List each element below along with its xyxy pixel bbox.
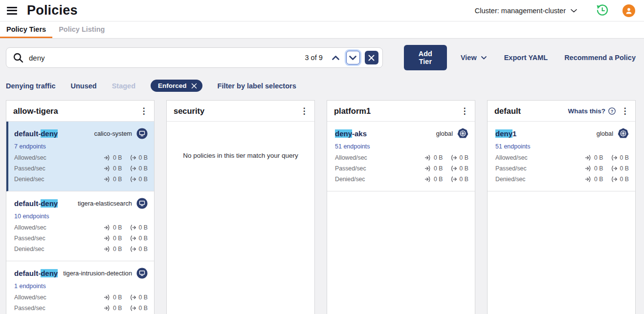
app-header: Policies Cluster: management-cluster [0, 0, 644, 21]
filter-unused[interactable]: Unused [71, 82, 97, 90]
policy-name-highlight: deny [41, 199, 58, 208]
search-next-button[interactable] [346, 51, 360, 64]
policy-stat-row: Denied/sec0 B0 B [335, 176, 468, 183]
chevron-down-icon [481, 56, 487, 60]
egress-stat: 0 B [130, 294, 148, 301]
policy-title-row: default-denytigera-intrusion-detection [14, 268, 148, 279]
policy-name-pre: default- [14, 269, 41, 277]
ingress-icon [424, 166, 431, 171]
stat-values: 0 B0 B [104, 294, 148, 301]
search-prev-button[interactable] [330, 51, 342, 64]
stat-values: 0 B0 B [104, 246, 148, 252]
filter-denying-traffic[interactable]: Denying traffic [6, 82, 56, 90]
policy-stat-row: Passed/sec0 B0 B [495, 165, 629, 172]
policy-card[interactable]: default-denycalico-system7 endpointsAllo… [6, 122, 154, 191]
tab-policy-listing[interactable]: Policy Listing [52, 21, 111, 38]
ingress-stat: 0 B [104, 224, 122, 231]
search-clear-button[interactable] [365, 51, 378, 64]
search-row: 3 of 9 Add Tier View Export YAML Recomme… [6, 45, 636, 70]
egress-stat: 0 B [611, 176, 629, 183]
filter-chip-enforced[interactable]: Enforced [151, 80, 202, 92]
policy-card[interactable]: default-denytigera-elasticsearch10 endpo… [6, 191, 154, 261]
close-icon [368, 55, 375, 61]
hamburger-menu-icon[interactable] [7, 7, 17, 15]
ingress-stat: 0 B [104, 176, 122, 183]
kebab-menu-icon[interactable]: ⋮ [621, 107, 629, 115]
user-avatar-icon[interactable] [622, 4, 635, 17]
endpoints-link[interactable]: 10 endpoints [14, 213, 49, 220]
ingress-stat: 0 B [424, 176, 443, 183]
ingress-stat: 0 B [585, 154, 603, 161]
cluster-selector[interactable]: Cluster: management-cluster [475, 7, 577, 15]
egress-value: 0 B [139, 154, 148, 161]
policy-name-pre: default- [14, 199, 41, 208]
help-icon: ? [605, 107, 616, 115]
ingress-value: 0 B [434, 165, 443, 172]
egress-icon [450, 176, 457, 182]
policy-name-pre: default- [14, 129, 41, 138]
tier-column-security: security⋮No policies in this tier match … [166, 100, 315, 314]
ingress-value: 0 B [113, 305, 122, 312]
namespace-icon [136, 268, 148, 279]
endpoints-link[interactable]: 51 endpoints [335, 143, 370, 150]
egress-stat: 0 B [130, 154, 148, 161]
cluster-selector-label: Cluster: management-cluster [475, 7, 566, 15]
policy-scope-label: calico-system [94, 130, 132, 137]
kebab-menu-icon[interactable]: ⋮ [460, 107, 469, 115]
policy-card[interactable]: deny-aksglobal51 endpointsAllowed/sec0 B… [327, 122, 475, 191]
egress-value: 0 B [460, 165, 468, 172]
stat-values: 0 B0 B [585, 165, 629, 172]
kebab-menu-icon[interactable]: ⋮ [139, 107, 148, 115]
egress-value: 0 B [139, 235, 148, 242]
ingress-icon [585, 166, 592, 171]
ingress-stat: 0 B [104, 165, 122, 172]
endpoints-link[interactable]: 51 endpoints [495, 143, 531, 150]
search-input[interactable] [29, 54, 305, 62]
stat-values: 0 B0 B [104, 165, 148, 172]
policy-stat-row: Passed/sec0 B0 B [335, 165, 468, 172]
ingress-stat: 0 B [585, 176, 603, 183]
ingress-stat: 0 B [104, 294, 122, 301]
ingress-stat: 0 B [424, 165, 443, 172]
stat-values: 0 B0 B [104, 176, 148, 183]
policy-card[interactable]: deny1global51 endpointsAllowed/sec0 B0 B… [488, 122, 635, 191]
egress-icon [611, 176, 618, 182]
egress-icon [450, 155, 457, 161]
history-icon[interactable] [596, 4, 609, 17]
policy-stat-row: Passed/sec0 B0 B [14, 305, 148, 312]
policy-stat-row: Passed/sec0 B0 B [14, 235, 148, 242]
policy-name-highlight: deny [335, 129, 352, 138]
filter-staged[interactable]: Staged [112, 82, 135, 90]
stat-label: Denied/sec [14, 176, 104, 183]
tier-column-default: defaultWhats this??⋮deny1global51 endpoi… [487, 100, 636, 314]
view-dropdown[interactable]: View [461, 54, 487, 62]
stat-label: Passed/sec [495, 165, 585, 172]
add-tier-button[interactable]: Add Tier [404, 45, 447, 70]
kebab-menu-icon[interactable]: ⋮ [300, 107, 309, 115]
remove-filter-icon[interactable] [191, 83, 197, 89]
egress-icon [130, 305, 136, 311]
tier-name: platform1 [334, 106, 460, 116]
policy-card[interactable]: default-denytigera-intrusion-detection1 … [6, 261, 154, 314]
whats-this-link[interactable]: Whats this?? [568, 107, 616, 115]
stat-label: Denied/sec [335, 176, 424, 183]
egress-icon [611, 155, 618, 161]
egress-stat: 0 B [130, 165, 148, 172]
filter-by-label-selectors[interactable]: Filter by label selectors [218, 82, 296, 90]
egress-value: 0 B [460, 176, 468, 183]
egress-value: 0 B [139, 165, 148, 172]
policy-name-post: -aks [352, 129, 367, 138]
tier-body: default-denycalico-system7 endpointsAllo… [6, 122, 154, 314]
policy-stat-row: Allowed/sec0 B0 B [14, 294, 148, 301]
ingress-icon [104, 246, 111, 252]
endpoints-link[interactable]: 7 endpoints [14, 143, 46, 150]
tab-policy-tiers[interactable]: Policy Tiers [0, 21, 52, 38]
ingress-icon [104, 166, 111, 171]
stat-label: Denied/sec [14, 246, 104, 252]
recommend-policy-button[interactable]: Recommend a Policy [564, 54, 636, 62]
export-yaml-button[interactable]: Export YAML [504, 54, 548, 62]
tier-body: No policies in this tier match your quer… [167, 122, 314, 314]
endpoints-link[interactable]: 1 endpoints [14, 283, 46, 290]
policy-scope-label: tigera-elasticsearch [78, 200, 132, 207]
search-box: 3 of 9 [6, 47, 383, 68]
